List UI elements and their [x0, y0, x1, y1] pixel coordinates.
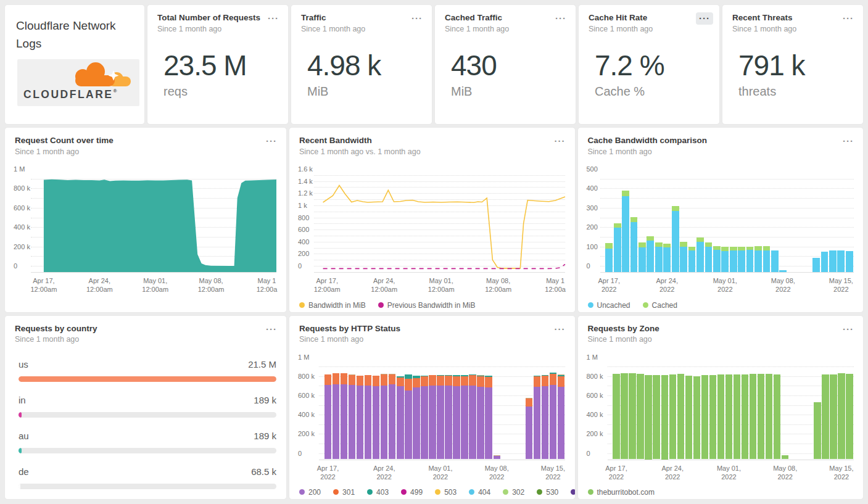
bar-segment [526, 407, 532, 459]
x-axis-label: May 01, 2022 [702, 464, 755, 482]
y-axis-label: 1 M [587, 353, 598, 361]
recent-bandwidth-chart: 1.6 k1.4 k1.2 k1 k8006004002000Apr 17, 1… [298, 166, 566, 309]
legend-item[interactable]: 200 [299, 488, 321, 497]
bar-segment [645, 375, 651, 460]
legend-item[interactable]: Bandwidth in MiB [299, 301, 366, 310]
legend-item[interactable]: 301 [333, 488, 355, 497]
panel-subtitle: Since 1 month ago [15, 335, 97, 344]
x-axis-label: Apr 24, 12:00am [358, 276, 411, 294]
bar-segment [389, 374, 395, 384]
bar-segment [324, 385, 331, 459]
legend-dot-icon [503, 489, 508, 495]
legend-item[interactable]: 302 [503, 488, 524, 497]
bar-segment [357, 376, 363, 386]
bar-segment [639, 247, 646, 272]
bar-segment [661, 375, 668, 460]
y-axis-label: 200 k [587, 430, 603, 438]
country-value: 189 k [254, 395, 276, 405]
legend-item[interactable]: 530 [537, 488, 558, 497]
legend-dot-icon [469, 489, 474, 495]
panel-title: Request Count over time [15, 135, 114, 146]
panel-menu-button[interactable]: ··· [263, 135, 280, 147]
bar-segment [381, 374, 387, 385]
bar-segment [725, 374, 732, 460]
legend-label: Cached [652, 301, 677, 310]
stat-unit: threats [738, 85, 805, 99]
x-axis-label: Apr 24, 12:00am [73, 276, 126, 294]
legend-item[interactable]: Uncached [588, 301, 630, 310]
legend-item[interactable]: 403 [367, 488, 389, 497]
legend-dot-icon [588, 489, 593, 495]
stat-value: 4.98 k [307, 49, 381, 82]
panel-menu-button[interactable]: ··· [840, 12, 857, 25]
panel-menu-button[interactable]: ··· [840, 135, 857, 147]
y-axis-label: 0 [587, 262, 590, 270]
legend-label: theburritobot.com [597, 488, 655, 497]
legend-item[interactable]: 503 [435, 488, 457, 497]
legend-item[interactable]: 499 [401, 488, 423, 497]
legend-item[interactable]: theburritobot.com [588, 488, 655, 497]
stat-unit: reqs [163, 85, 247, 99]
panel-subtitle: Since 1 month ago [588, 335, 659, 344]
bar-segment [647, 241, 654, 272]
bar-segment [734, 374, 740, 460]
panel-menu-button[interactable]: ··· [265, 12, 282, 25]
country-row: in189 k [19, 395, 276, 418]
legend-label: 503 [444, 488, 457, 497]
x-axis-label: May 15, 2022 [814, 276, 863, 294]
legend-item[interactable]: 404 [469, 488, 490, 497]
country-code: in [19, 395, 26, 405]
legend-item[interactable]: 526 [571, 488, 574, 497]
bar-segment [647, 236, 654, 241]
bar-segment [558, 376, 564, 387]
cloudflare-wordmark: CLOUDFLARE® [23, 88, 117, 101]
requests-by-http-status-chart: 1 M800 k600 k400 k200 k0Apr 17, 2022Apr … [298, 354, 566, 497]
panel-menu-button[interactable]: ··· [696, 12, 713, 25]
panel-menu-button[interactable]: ··· [840, 323, 857, 336]
bar-segment [701, 375, 708, 460]
country-bar-fill [19, 484, 20, 489]
country-bar-fill [19, 376, 276, 382]
x-axis-label: May 01, 12:00am [415, 276, 468, 294]
country-row: de68.5 k [19, 466, 276, 489]
x-axis-label: Apr 24, 2022 [358, 464, 411, 482]
bar-segment [558, 375, 564, 376]
gridline [600, 227, 854, 228]
bar-segment [812, 258, 820, 272]
legend-dot-icon [643, 302, 648, 308]
panel-menu-button[interactable]: ··· [408, 12, 426, 25]
chart-legend: Bandwidth in MiBPrevious Bandwidth in Mi… [299, 301, 475, 310]
legend-item[interactable]: Previous Bandwidth in MiB [378, 301, 476, 310]
bar-segment [365, 375, 371, 386]
request-count-chart: 1 M800 k600 k400 k200 k0Apr 17, 12:00amA… [14, 166, 278, 309]
legend-dot-icon [401, 489, 407, 495]
y-axis-label: 400 k [298, 411, 315, 419]
bar-segment [405, 379, 411, 390]
bar-segment [754, 246, 762, 250]
bar-segment [445, 386, 452, 459]
bar-segment [526, 399, 532, 407]
bar-segment [771, 250, 779, 272]
bar-segment [822, 374, 829, 459]
panel-menu-button[interactable]: ··· [552, 323, 569, 336]
bar-segment [381, 374, 387, 374]
bar-segment [469, 375, 476, 386]
panel-menu-button[interactable]: ··· [263, 323, 280, 336]
gridline [319, 366, 565, 367]
legend-dot-icon [571, 489, 574, 495]
y-axis-label: 1 M [298, 353, 309, 361]
stat-value: 7.2 % [595, 49, 664, 82]
legend-label: Uncached [597, 301, 630, 310]
y-axis-label: 100 [587, 243, 598, 251]
x-axis-label: May 01, 12:00am [129, 276, 182, 294]
legend-item[interactable]: Cached [643, 301, 677, 310]
bar-segment [373, 386, 379, 460]
panel-title: Requests by country [15, 323, 97, 334]
bar-segment [821, 252, 829, 272]
bar-segment [630, 217, 638, 222]
panel-menu-button[interactable]: ··· [552, 135, 569, 147]
bar-segment [349, 374, 355, 384]
panel-menu-button[interactable]: ··· [552, 12, 569, 25]
panel-title: Cached Traffic [445, 12, 509, 23]
legend-label: 200 [308, 488, 321, 497]
